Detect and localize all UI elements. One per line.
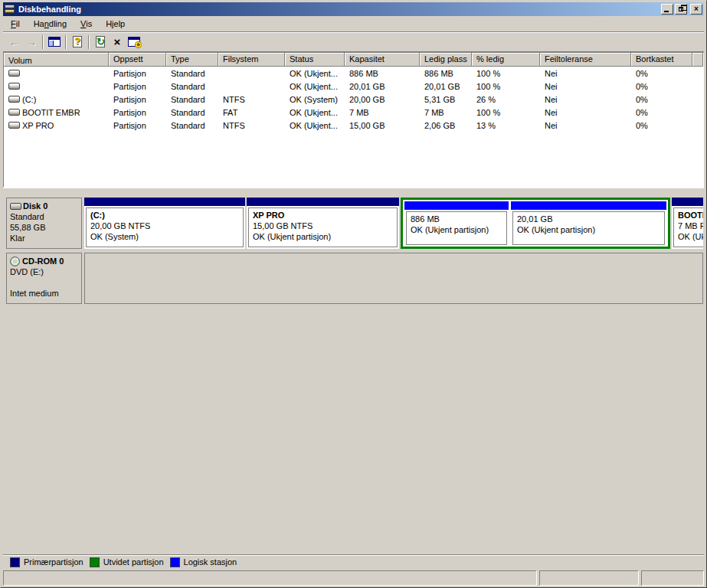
cdrom-row: CD-ROM 0 DVD (E:) Intet medium <box>6 253 703 304</box>
column-header-overhead[interactable]: Bortkastet <box>631 53 692 67</box>
status-pane-main <box>3 570 537 586</box>
refresh-icon: ↻ <box>96 36 105 47</box>
primary-partition-swatch <box>10 557 20 567</box>
column-header-free-space[interactable]: Ledig plass <box>420 53 472 67</box>
help-button[interactable]: ? <box>69 34 86 51</box>
refresh-button[interactable]: ↻ <box>92 34 109 51</box>
column-header-status[interactable]: Status <box>285 53 345 67</box>
toolbar: ← → ? ↻ × <box>3 32 704 52</box>
disk0-partition-strip: (C:) 20,00 GB NTFS OK (System) XP PRO 15… <box>84 198 703 249</box>
menu-bar: Fil Handling Vis Hjelp <box>3 16 704 32</box>
column-header-pct-free[interactable]: % ledig <box>472 53 540 67</box>
back-arrow-icon: ← <box>9 35 21 48</box>
table-row[interactable]: Partisjon Standard OK (Ukjent... 886 MB … <box>4 67 703 80</box>
table-row[interactable]: (C:) Partisjon Standard NTFS OK (System)… <box>4 93 703 106</box>
column-header-filler <box>692 53 703 67</box>
disk-graphical-view: Disk 0 Standard 55,88 GB Klar (C:) 20,00… <box>3 194 704 554</box>
properties-button[interactable] <box>126 34 142 51</box>
volume-icon <box>8 109 20 116</box>
menu-action[interactable]: Handling <box>27 17 74 31</box>
cdrom-media-status: Intet medium <box>10 288 80 299</box>
table-row[interactable]: BOOTIT EMBR Partisjon Standard FAT OK (U… <box>4 106 703 119</box>
column-header-capacity[interactable]: Kapasitet <box>345 53 420 67</box>
restore-button[interactable] <box>675 4 687 15</box>
restore-icon <box>679 7 683 11</box>
menu-file[interactable]: Fil <box>4 17 27 31</box>
cdrom-drive-letter: DVD (E:) <box>10 266 80 277</box>
disk0-status: Klar <box>10 233 80 243</box>
logical-drive-886mb[interactable]: 886 MB OK (Ukjent partisjon) <box>404 200 509 247</box>
primary-partition-band <box>84 198 245 206</box>
logical-drive-band <box>511 201 666 210</box>
status-pane-right <box>641 570 704 586</box>
table-row[interactable]: Partisjon Standard OK (Ukjent... 20,01 G… <box>4 80 703 93</box>
minimize-button[interactable] <box>661 4 673 15</box>
legend-primary-partition: Primærpartisjon <box>10 557 83 567</box>
help-icon: ? <box>73 36 82 47</box>
primary-partition-band <box>672 198 703 206</box>
column-header-fault-tolerance[interactable]: Feiltoleranse <box>540 53 631 67</box>
disk0-label[interactable]: Disk 0 Standard 55,88 GB Klar <box>6 198 82 249</box>
delete-x-icon: × <box>114 35 121 48</box>
show-console-tree-button[interactable] <box>46 34 63 51</box>
properties-gear-icon <box>128 37 140 47</box>
cdrom-label[interactable]: CD-ROM 0 DVD (E:) Intet medium <box>6 253 82 304</box>
disk0-row: Disk 0 Standard 55,88 GB Klar (C:) 20,00… <box>6 198 703 249</box>
extended-partition: 886 MB OK (Ukjent partisjon) 20,01 GB OK… <box>401 198 670 249</box>
partition-xp-pro[interactable]: XP PRO 15,00 GB NTFS OK (Ukjent partisjo… <box>247 198 399 249</box>
volume-icon <box>8 83 20 90</box>
pane-splitter[interactable] <box>3 188 704 194</box>
menu-help[interactable]: Hjelp <box>99 17 132 31</box>
extended-partition-swatch <box>90 557 100 567</box>
status-pane-middle <box>539 570 639 586</box>
column-header-type[interactable]: Type <box>166 53 218 67</box>
cdrom-icon <box>10 256 20 266</box>
cdrom-media-area[interactable] <box>84 253 703 304</box>
column-header-volume[interactable]: Volum <box>4 53 109 67</box>
toolbar-separator <box>42 35 44 49</box>
forward-button[interactable]: → <box>23 34 40 51</box>
volume-list-header: Volum Oppsett Type Filsystem Status Kapa… <box>4 53 703 67</box>
table-row[interactable]: XP PRO Partisjon Standard NTFS OK (Ukjen… <box>4 119 703 132</box>
disk0-type: Standard <box>10 211 80 222</box>
toolbar-separator <box>88 35 90 49</box>
disk0-size: 55,88 GB <box>10 222 80 233</box>
disk-management-window: Diskbehandling × Fil Handling Vis Hjelp … <box>0 0 707 588</box>
menu-view[interactable]: Vis <box>74 17 99 31</box>
back-button[interactable]: ← <box>6 34 23 51</box>
legend-logical-drive: Logisk stasjon <box>170 557 237 567</box>
toolbar-separator <box>65 35 67 49</box>
status-bar <box>3 570 704 586</box>
close-button[interactable]: × <box>690 4 702 15</box>
volume-list: Volum Oppsett Type Filsystem Status Kapa… <box>3 52 704 188</box>
volume-icon <box>8 122 20 129</box>
logical-drive-2001gb[interactable]: 20,01 GB OK (Ukjent partisjon) <box>511 200 666 247</box>
window-title: Diskbehandling <box>18 5 661 14</box>
partition-legend: Primærpartisjon Utvidet partisjon Logisk… <box>3 554 704 569</box>
logical-drive-swatch <box>170 557 180 567</box>
logical-drive-band <box>404 201 509 210</box>
minimize-icon <box>664 11 669 12</box>
partition-bootit-embr[interactable]: BOOTIT EMBR 7 MB FAT OK (Ukjent partisjo… <box>672 198 703 249</box>
partition-c[interactable]: (C:) 20,00 GB NTFS OK (System) <box>84 198 245 249</box>
column-header-filesystem[interactable]: Filsystem <box>218 53 285 67</box>
close-icon: × <box>694 5 699 13</box>
volume-icon <box>8 70 20 77</box>
volume-icon <box>8 96 20 103</box>
column-header-layout[interactable]: Oppsett <box>109 53 166 67</box>
legend-extended-partition: Utvidet partisjon <box>90 557 164 567</box>
delete-button[interactable]: × <box>109 34 126 51</box>
disk-icon <box>10 203 21 210</box>
title-bar[interactable]: Diskbehandling × <box>3 2 704 16</box>
forward-arrow-icon: → <box>26 35 38 48</box>
app-icon <box>5 5 15 14</box>
primary-partition-band <box>247 198 399 206</box>
console-tree-icon <box>48 37 61 47</box>
